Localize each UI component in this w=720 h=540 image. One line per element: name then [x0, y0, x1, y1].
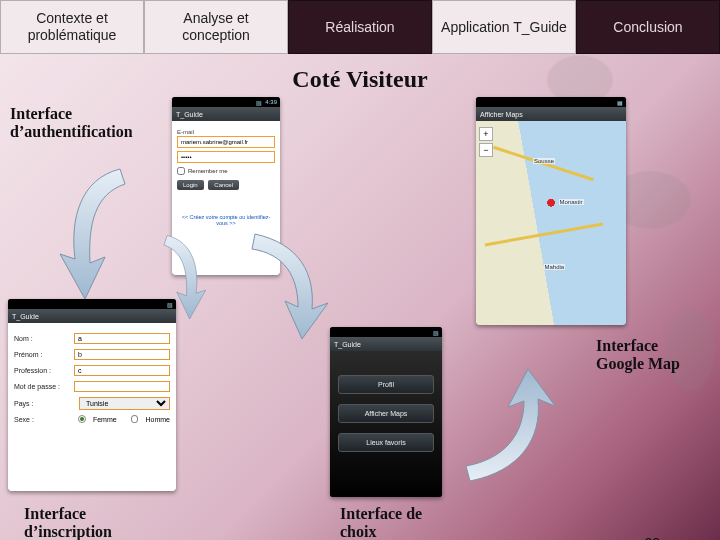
label-gmap: Interface Google Map [596, 337, 706, 374]
map-city-label: Mahdia [544, 264, 566, 270]
phone-choix: ▧ T_Guide Profil Afficher Maps Lieux fav… [330, 327, 442, 497]
radio-label: Homme [145, 416, 170, 423]
zoom-out-button[interactable]: − [479, 143, 493, 157]
clock: 4:39 [265, 99, 277, 105]
map-city-label: Sousse [533, 158, 555, 164]
auth-screen: E-mail Remember me Login Cancel << Créez… [172, 121, 280, 275]
google-map[interactable]: Sousse Monastir Mahdia + − [476, 121, 626, 325]
phone-auth: ▧ 4:39 T_Guide E-mail Remember me Login … [172, 97, 280, 275]
remember-label: Remember me [188, 168, 228, 174]
tab-conclusion[interactable]: Conclusion [576, 0, 720, 54]
tab-realisation[interactable]: Réalisation [288, 0, 432, 54]
nom-field[interactable] [74, 333, 170, 344]
field-label: Pays : [14, 400, 74, 407]
label-inscr: Interface d’inscription [24, 505, 144, 540]
phone-map: ▦ Afficher Maps Sousse Monastir Mahdia +… [476, 97, 626, 325]
page-number: 22 [644, 535, 660, 540]
phone-inscription: ▧ T_Guide Nom : Prénom : Profession : Mo… [8, 299, 176, 491]
inscription-form: Nom : Prénom : Profession : Mot de passe… [8, 323, 176, 491]
sexe-femme-radio[interactable] [78, 415, 86, 423]
password-field[interactable] [177, 151, 275, 163]
login-button[interactable]: Login [177, 180, 204, 190]
field-label: Prénom : [14, 351, 69, 358]
field-label: Sexe : [14, 416, 73, 423]
menu-favoris[interactable]: Lieux favoris [338, 433, 434, 452]
app-title: T_Guide [8, 309, 176, 323]
field-label: Nom : [14, 335, 69, 342]
slide-content: Interface d’authentification Interface G… [0, 99, 720, 540]
profession-field[interactable] [74, 365, 170, 376]
label-choix: Interface de choix [340, 505, 440, 540]
curved-arrow-icon [60, 159, 140, 299]
tab-analyse[interactable]: Analyse et conception [144, 0, 288, 54]
tab-contexte[interactable]: Contexte et problématique [0, 0, 144, 54]
sexe-homme-radio[interactable] [131, 415, 139, 423]
signal-icon: ▧ [256, 99, 262, 106]
app-title: T_Guide [330, 337, 442, 351]
email-field[interactable] [177, 136, 275, 148]
menu-maps[interactable]: Afficher Maps [338, 404, 434, 423]
field-label: Mot de passe : [14, 383, 69, 390]
nav-tabs: Contexte et problématique Analyse et con… [0, 0, 720, 54]
statusbar: ▧ [330, 327, 442, 337]
pays-select[interactable]: Tunisie [79, 397, 170, 410]
prenom-field[interactable] [74, 349, 170, 360]
field-label: Profession : [14, 367, 69, 374]
statusbar: ▧ [8, 299, 176, 309]
zoom-in-button[interactable]: + [479, 127, 493, 141]
section-title: Coté Visiteur [0, 66, 720, 93]
statusbar: ▧ 4:39 [172, 97, 280, 107]
choix-menu: Profil Afficher Maps Lieux favoris [330, 351, 442, 497]
motdepasse-field[interactable] [74, 381, 170, 392]
map-road [484, 223, 603, 247]
menu-profil[interactable]: Profil [338, 375, 434, 394]
map-title: Afficher Maps [476, 107, 626, 121]
map-city-label: Monastir [559, 199, 584, 205]
statusbar: ▦ [476, 97, 626, 107]
cancel-button[interactable]: Cancel [208, 180, 239, 190]
tab-application[interactable]: Application T_Guide [432, 0, 576, 54]
app-title: T_Guide [172, 107, 280, 121]
curved-arrow-icon [450, 369, 560, 489]
radio-label: Femme [93, 416, 117, 423]
remember-checkbox[interactable] [177, 167, 185, 175]
label-auth: Interface d’authentification [10, 105, 150, 142]
signup-hint: << Créez votre compte ou identifiez-vous… [177, 214, 275, 226]
email-label: E-mail [177, 129, 275, 135]
